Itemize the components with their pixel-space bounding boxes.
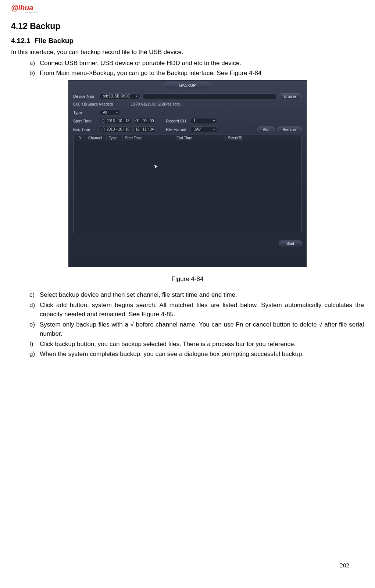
space-needed-text: 0.00 KB(Space Needed): [73, 101, 113, 107]
device-name-label: Device Nan: [73, 93, 97, 100]
clock-icon: [101, 128, 105, 131]
start-clock-field[interactable]: 00 : 00 : 00: [133, 118, 156, 124]
brand-logo: @lhua TECHNOLOGY: [11, 4, 364, 15]
list-item: e) System only backup files with a √ bef…: [29, 320, 364, 339]
table-col-end-time: End Time: [174, 135, 226, 141]
section-number: 4.12: [11, 21, 28, 31]
browse-button[interactable]: Browse: [279, 93, 302, 99]
table-col-channel: Channel: [86, 135, 107, 141]
brand-subtext: TECHNOLOGY: [25, 12, 39, 14]
list-letter: a): [29, 58, 35, 68]
list-text: Click add button, system begins search. …: [40, 302, 364, 318]
list-text: Click backup button, you can backup sele…: [40, 341, 296, 348]
device-path-field[interactable]: [142, 93, 276, 99]
list-item: c) Select backup device and then set cha…: [29, 290, 364, 300]
figure-caption: Figure 4-84: [11, 274, 364, 284]
end-date-field[interactable]: 2013 - 10 - 18: [100, 126, 131, 132]
list-text: Select backup device and then set channe…: [40, 291, 237, 298]
table-header: 0 Channel Type Start Time End Time Size(…: [73, 135, 302, 141]
list-letter: f): [29, 339, 33, 349]
device-name-select[interactable]: sdc1(USB DISK): [100, 93, 140, 99]
file-format-select[interactable]: DAV: [190, 126, 217, 132]
section-heading: 4.12 Backup: [11, 20, 364, 33]
start-date-field[interactable]: 2013 - 10 - 18: [100, 118, 131, 124]
type-select[interactable]: All: [100, 110, 120, 115]
list-text: System only backup files with a √ before…: [40, 321, 364, 338]
list-letter: b): [29, 68, 35, 78]
type-label: Type: [73, 110, 97, 116]
clock-icon: [101, 119, 105, 123]
figure-4-84: BACKUP Device Nan sdc1(USB DISK) Browse …: [11, 80, 364, 284]
svg-text:@lhua: @lhua: [11, 4, 33, 12]
list-letter: d): [29, 300, 35, 310]
page-number: 202: [340, 561, 350, 570]
screenshot-header: BACKUP: [69, 81, 306, 90]
subsection-heading: 4.12.1 File Backup: [11, 36, 364, 46]
table-count: 0: [74, 135, 86, 141]
section-title: Backup: [30, 21, 60, 31]
start-button[interactable]: Start: [279, 240, 302, 246]
list-item: d) Click add button, system begins searc…: [29, 300, 364, 319]
list-item: f) Click backup button, you can backup s…: [29, 339, 364, 349]
list-letter: c): [29, 290, 35, 300]
subsection-title: File Backup: [34, 37, 74, 44]
list-text: From Main menu->Backup, you can go to th…: [40, 70, 261, 76]
file-format-label: File Format: [166, 126, 188, 133]
free-total-text: 13.78 GB/15.00 GB(Free/Total): [131, 101, 181, 107]
list-text: Connect USB burner, USB device or portab…: [40, 60, 241, 67]
list-text: When the system completes backup, you ca…: [40, 350, 304, 357]
subsection-number: 4.12.1: [11, 37, 31, 44]
record-ch-select[interactable]: 1: [190, 118, 217, 124]
table-col-size: Size(KB): [226, 135, 301, 141]
steps-list-cg: c) Select backup device and then set cha…: [11, 290, 364, 359]
list-item: b) From Main menu->Backup, you can go to…: [29, 68, 364, 78]
list-item: a) Connect USB burner, USB device or por…: [29, 58, 364, 68]
end-clock-field[interactable]: 12 : 11 : 34: [133, 126, 156, 132]
end-time-label: End Time: [73, 126, 97, 133]
table-col-start-time: Start Time: [123, 135, 174, 141]
window-title: BACKUP: [164, 82, 211, 89]
backup-screenshot: BACKUP Device Nan sdc1(USB DISK) Browse …: [68, 80, 307, 267]
remove-button[interactable]: Remove: [277, 126, 302, 132]
steps-list-ab: a) Connect USB burner, USB device or por…: [11, 58, 364, 78]
start-time-label: Start Time: [73, 118, 97, 124]
add-button[interactable]: Add: [257, 126, 275, 132]
list-letter: g): [29, 349, 35, 359]
list-item: g) When the system completes backup, you…: [29, 349, 364, 359]
table-col-type: Type: [107, 135, 123, 141]
list-letter: e): [29, 320, 35, 329]
intro-text: In this interface, you can backup record…: [11, 47, 364, 57]
record-ch-label: Record CH: [166, 118, 188, 124]
cursor-icon: ➤: [153, 162, 158, 171]
table-body: ➤: [73, 141, 302, 233]
